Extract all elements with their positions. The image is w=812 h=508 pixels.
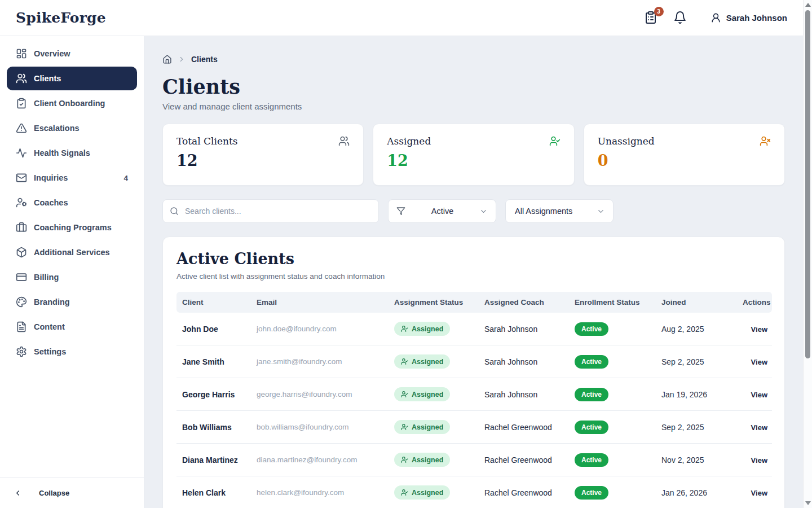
assignment-status-badge: Assigned: [394, 354, 450, 369]
stat-card-total-clients: Total Clients 12: [162, 124, 364, 186]
sidebar-item-label: Branding: [34, 297, 70, 306]
sidebar-item-label: Escalations: [34, 124, 80, 133]
view-button[interactable]: View: [751, 456, 767, 465]
tasks-button[interactable]: 3: [644, 11, 659, 25]
sidebar-item-additional-services[interactable]: Additional Services: [7, 240, 137, 264]
client-email: helen.clark@ifoundry.com: [251, 476, 389, 508]
sidebar-collapse-button[interactable]: Collapse: [0, 478, 144, 508]
filter-icon: [396, 207, 405, 216]
sidebar-item-escalations[interactable]: Escalations: [7, 116, 137, 140]
app-logo[interactable]: SpikeForge: [16, 10, 106, 26]
stat-card-assigned: Assigned 12: [373, 124, 574, 186]
sidebar-item-branding[interactable]: Branding: [7, 290, 137, 314]
enrollment-status-badge: Active: [575, 388, 608, 401]
sidebar-item-coaches[interactable]: Coaches: [7, 191, 137, 214]
chevron-down-icon: [597, 207, 605, 216]
sidebar-item-label: Coaching Programs: [34, 223, 112, 232]
joined-date: Nov 2, 2025: [656, 444, 737, 476]
users-icon: [338, 135, 350, 147]
assignment-status-badge: Assigned: [394, 420, 450, 434]
view-button[interactable]: View: [751, 423, 767, 432]
column-header-joined: Joined: [656, 292, 737, 313]
sidebar-item-label: Billing: [34, 273, 59, 282]
column-header-actions: Actions: [737, 292, 772, 313]
sidebar-item-inquiries[interactable]: Inquiries 4: [7, 166, 137, 190]
assigned-coach: Sarah Johnson: [479, 313, 569, 345]
sidebar: Overview Clients Client Onboarding Escal…: [0, 36, 144, 508]
status-filter-select[interactable]: Active: [388, 199, 496, 223]
header-actions: 3 Sarah Johnson: [644, 11, 787, 25]
user-menu[interactable]: Sarah Johnson: [710, 12, 787, 23]
scrollbar-down-arrow[interactable]: [805, 501, 811, 505]
chevron-down-icon: [479, 207, 488, 216]
collapse-label: Collapse: [39, 489, 69, 497]
assigned-coach: Sarah Johnson: [479, 345, 569, 378]
joined-date: Jan 19, 2026: [656, 378, 737, 411]
assignment-filter-select[interactable]: All Assignments: [505, 199, 614, 223]
column-header-client: Client: [176, 292, 251, 313]
home-icon: [162, 55, 172, 64]
credit-card-icon: [16, 271, 27, 283]
column-header-email: Email: [251, 292, 389, 313]
sidebar-item-health-signals[interactable]: Health Signals: [7, 141, 137, 165]
breadcrumb-current[interactable]: Clients: [191, 55, 218, 64]
user-check-icon: [401, 391, 408, 398]
users-icon: [16, 73, 27, 84]
search-input[interactable]: [184, 206, 372, 216]
stat-value: 12: [387, 152, 560, 169]
user-cog-icon: [16, 197, 27, 208]
stat-label: Unassigned: [598, 135, 655, 147]
table-row: Helen Clark helen.clark@ifoundry.com Ass…: [176, 476, 772, 508]
client-name: Jane Smith: [176, 345, 251, 378]
enrollment-status-badge: Active: [575, 453, 608, 467]
client-email: jane.smith@ifoundry.com: [251, 345, 389, 378]
sidebar-item-badge: 4: [123, 174, 128, 182]
chevron-right-icon: [178, 55, 186, 63]
page-scrollbar[interactable]: [803, 0, 812, 508]
user-check-icon: [401, 489, 408, 496]
clients-table: ClientEmailAssignment StatusAssigned Coa…: [176, 292, 772, 508]
stat-cards: Total Clients 12 Assigned 12 Unassigned …: [162, 124, 785, 186]
view-button[interactable]: View: [751, 325, 767, 334]
settings-icon: [16, 346, 27, 357]
table-row: Bob Williams bob.williams@ifoundry.com A…: [176, 411, 772, 444]
view-button[interactable]: View: [751, 391, 767, 399]
assigned-coach: Rachel Greenwood: [479, 411, 569, 444]
column-header-enrollment-status: Enrollment Status: [569, 292, 656, 313]
view-button[interactable]: View: [751, 358, 767, 366]
sidebar-item-label: Health Signals: [34, 148, 90, 157]
layout-dashboard-icon: [16, 48, 27, 59]
sidebar-item-billing[interactable]: Billing: [7, 265, 137, 289]
sidebar-item-label: Settings: [34, 347, 66, 356]
sidebar-item-label: Clients: [34, 74, 61, 83]
client-name: Helen Clark: [176, 476, 251, 508]
stat-card-unassigned: Unassigned 0: [584, 124, 785, 186]
sidebar-item-settings[interactable]: Settings: [7, 340, 137, 364]
breadcrumb-home[interactable]: [162, 55, 172, 64]
scrollbar-up-arrow[interactable]: [805, 3, 811, 7]
enrollment-status-badge: Active: [575, 322, 608, 336]
client-name: Bob Williams: [176, 411, 251, 444]
notifications-button[interactable]: [673, 11, 688, 25]
sidebar-item-client-onboarding[interactable]: Client Onboarding: [7, 91, 137, 115]
client-name: John Doe: [176, 313, 251, 345]
sidebar-item-content[interactable]: Content: [7, 315, 137, 339]
sidebar-item-label: Inquiries: [34, 173, 68, 182]
scrollbar-thumb[interactable]: [805, 10, 810, 358]
sidebar-item-clients[interactable]: Clients: [7, 67, 137, 90]
chevron-down-icon: [479, 207, 488, 216]
assignment-status-badge: Assigned: [394, 453, 450, 467]
assignment-status-badge: Assigned: [394, 387, 450, 401]
stat-label: Total Clients: [176, 135, 238, 147]
sidebar-item-label: Client Onboarding: [34, 99, 105, 108]
main-content: Clients Clients View and manage client a…: [144, 36, 803, 508]
sidebar-spacer: [0, 365, 144, 478]
sidebar-item-overview[interactable]: Overview: [7, 42, 137, 65]
sidebar-item-coaching-programs[interactable]: Coaching Programs: [7, 216, 137, 239]
briefcase-icon: [16, 222, 27, 233]
client-name: Diana Martinez: [176, 444, 251, 476]
joined-date: Sep 2, 2025: [656, 345, 737, 378]
user-icon: [710, 12, 721, 23]
view-button[interactable]: View: [751, 489, 767, 497]
chevron-down-icon: [597, 207, 605, 216]
